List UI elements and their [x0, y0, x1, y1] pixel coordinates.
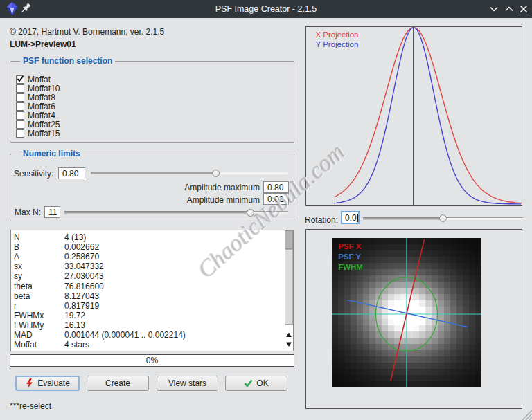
svg-text:PSF X: PSF X — [338, 242, 362, 250]
svg-text:Y Projection: Y Projection — [316, 40, 359, 48]
svg-text:PSF Y: PSF Y — [338, 253, 361, 261]
svg-text:FWHM: FWHM — [338, 263, 363, 271]
svg-text:X Projection: X Projection — [316, 30, 359, 39]
